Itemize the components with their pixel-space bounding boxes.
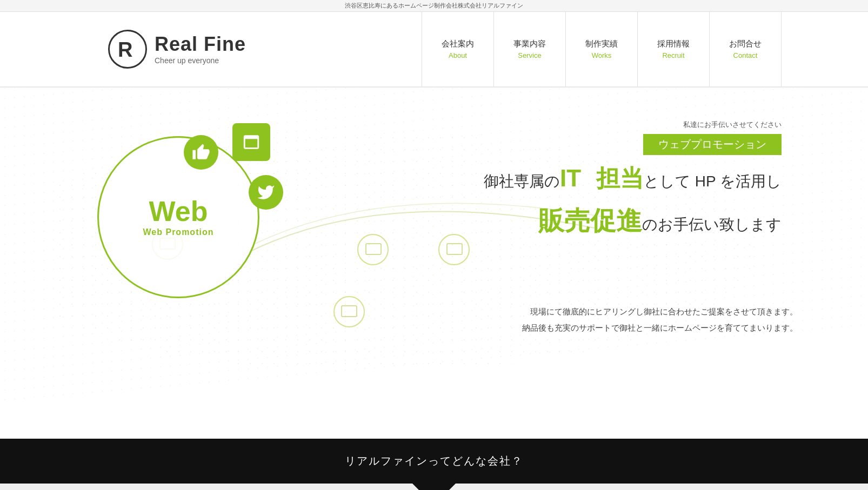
heading-hanbai: 販売促進	[538, 206, 642, 235]
nav-jp-works: 制作実績	[585, 39, 618, 49]
logo-area: R Real Fine Cheer up everyone	[0, 30, 335, 69]
nav-jp-contact: お問合せ	[729, 39, 762, 49]
svg-text:R: R	[118, 38, 132, 61]
browser-svg	[242, 133, 261, 151]
nav-en-contact: Contact	[733, 51, 758, 59]
r-icon: R	[116, 37, 139, 61]
heading-tanto: 担当	[596, 165, 644, 191]
web-circle-title: Web	[149, 197, 208, 225]
top-bar: 渋谷区恵比寿にあるホームページ制作会社株式会社リアルファイン	[0, 0, 868, 12]
twitter-svg	[257, 183, 275, 202]
thumbs-up-icon-float	[184, 135, 218, 170]
thumbs-up-svg	[192, 143, 210, 162]
hero-subtitle: 私達にお手伝いさせてください	[484, 120, 782, 130]
cta-bar[interactable]: リアルファインってどんな会社？	[0, 439, 868, 484]
heading-mid-suffix: として HP を活用し	[644, 173, 782, 190]
hero-heading-line2: 販売促進のお手伝い致します	[484, 199, 782, 243]
nav-item-contact[interactable]: お問合せ Contact	[710, 12, 782, 86]
nav-en-works: Works	[592, 51, 612, 59]
main-nav: 会社案内 About 事業内容 Service 制作実績 Works 採用情報 …	[335, 12, 868, 86]
hero-section: Web Web Promotion 私達にお手伝いさせてください ウェブプロモー…	[0, 88, 868, 439]
svg-point-10	[249, 136, 250, 138]
hero-body-line2: 納品後も充実のサポートで御社と一緒にホームページを育ててまいります。	[522, 320, 798, 336]
heading-prefix: 御社専属の	[484, 173, 560, 190]
hero-body-text: 現場にて徹底的にヒアリングし御社に合わせたご提案をさせて頂きます。 納品後も充実…	[522, 304, 798, 336]
logo-text: Real Fine Cheer up everyone	[155, 33, 246, 65]
nav-item-works[interactable]: 制作実績 Works	[566, 12, 638, 86]
heading-line2-suffix: のお手伝い致します	[642, 216, 782, 233]
nav-item-recruit[interactable]: 採用情報 Recruit	[638, 12, 710, 86]
heading-it: IT	[560, 165, 581, 191]
browser-icon-float	[232, 123, 270, 161]
nav-en-service: Service	[518, 51, 541, 59]
hero-body-line1: 現場にて徹底的にヒアリングし御社に合わせたご提案をさせて頂きます。	[522, 304, 798, 320]
brand-tagline: Cheer up everyone	[155, 56, 246, 65]
nav-jp-service: 事業内容	[513, 39, 546, 49]
arrow-section	[0, 484, 868, 490]
web-circle-sub: Web Promotion	[143, 227, 214, 237]
twitter-icon-float	[249, 175, 283, 210]
nav-en-recruit: Recruit	[662, 51, 684, 59]
header: R Real Fine Cheer up everyone 会社案内 About…	[0, 12, 868, 88]
logo-icon: R	[108, 30, 147, 69]
nav-en-about: About	[449, 51, 467, 59]
brand-name: Real Fine	[155, 33, 246, 55]
hero-heading: 御社専属のIT 担当として HP を活用し 販売促進のお手伝い致します	[484, 158, 782, 243]
nav-item-service[interactable]: 事業内容 Service	[494, 12, 566, 86]
nav-jp-recruit: 採用情報	[657, 39, 690, 49]
cta-text: リアルファインってどんな会社？	[345, 455, 523, 467]
hero-badge: ウェブプロモーション	[643, 134, 782, 155]
arrow-down-icon	[412, 484, 456, 490]
hero-heading-line1: 御社専属のIT 担当として HP を活用し	[484, 158, 782, 199]
svg-point-9	[246, 136, 248, 138]
top-bar-text: 渋谷区恵比寿にあるホームページ制作会社株式会社リアルファイン	[345, 2, 523, 9]
hero-right-content: 私達にお手伝いさせてください ウェブプロモーション 御社専属のIT 担当として …	[484, 120, 782, 243]
nav-item-about[interactable]: 会社案内 About	[422, 12, 494, 86]
nav-jp-about: 会社案内	[442, 39, 474, 49]
